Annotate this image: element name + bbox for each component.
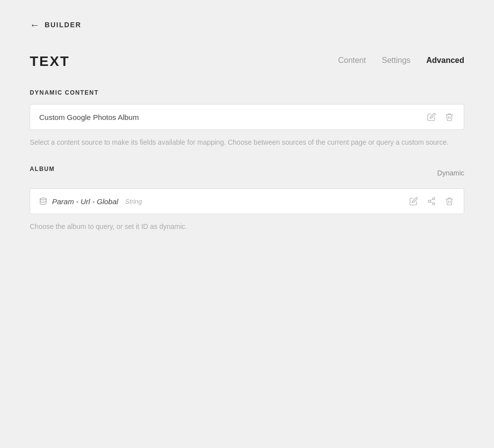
album-share-button[interactable]: [426, 196, 437, 207]
album-edit-icon: [409, 197, 418, 206]
tab-content[interactable]: Content: [338, 56, 366, 67]
dynamic-content-actions: [426, 112, 455, 122]
edit-icon: [427, 112, 436, 121]
database-icon: [39, 197, 47, 205]
page-title: TEXT: [30, 54, 70, 69]
dynamic-badge: Dynamic: [437, 169, 464, 177]
back-label: BUILDER: [45, 21, 81, 29]
album-section: ALBUM Dynamic Param - Url - Global Strin…: [30, 166, 464, 232]
dynamic-content-label: DYNAMIC CONTENT: [30, 89, 464, 96]
db-svg-icon: [39, 197, 47, 205]
album-field-left: Param - Url - Global String: [39, 197, 142, 206]
album-label: ALBUM: [30, 166, 55, 172]
tab-nav: Content Settings Advanced: [338, 56, 464, 67]
svg-line-5: [430, 199, 432, 201]
dynamic-content-helper: Select a content source to make its fiel…: [30, 137, 464, 148]
album-helper: Choose the album to query, or set it ID …: [30, 221, 464, 232]
dynamic-content-delete-button[interactable]: [444, 112, 455, 122]
album-field-name: Param - Url - Global: [52, 197, 118, 206]
svg-point-2: [428, 200, 431, 203]
dynamic-content-section: DYNAMIC CONTENT Custom Google Photos Alb…: [30, 89, 464, 148]
album-field-type: String: [125, 198, 142, 205]
svg-point-1: [432, 198, 435, 200]
album-edit-button[interactable]: [408, 196, 419, 207]
album-delete-button[interactable]: [444, 196, 455, 207]
album-header: ALBUM Dynamic: [30, 166, 464, 180]
dynamic-content-field-row: Custom Google Photos Album: [30, 104, 464, 130]
svg-point-0: [40, 198, 46, 200]
back-arrow-icon: ←: [30, 20, 40, 30]
tab-settings[interactable]: Settings: [382, 56, 411, 67]
back-nav[interactable]: ← BUILDER: [30, 20, 464, 30]
album-field-actions: [408, 196, 455, 207]
album-trash-icon: [445, 197, 454, 206]
section-header: TEXT Content Settings Advanced: [30, 54, 464, 69]
dynamic-content-edit-button[interactable]: [426, 112, 437, 122]
dynamic-content-value: Custom Google Photos Album: [39, 113, 139, 121]
tab-advanced[interactable]: Advanced: [427, 56, 464, 67]
share-icon: [427, 197, 436, 206]
album-field-row: Param - Url - Global String: [30, 188, 464, 214]
page-container: ← BUILDER TEXT Content Settings Advanced…: [0, 0, 494, 270]
svg-line-4: [430, 202, 432, 204]
svg-point-3: [432, 203, 435, 205]
trash-icon: [445, 112, 454, 121]
